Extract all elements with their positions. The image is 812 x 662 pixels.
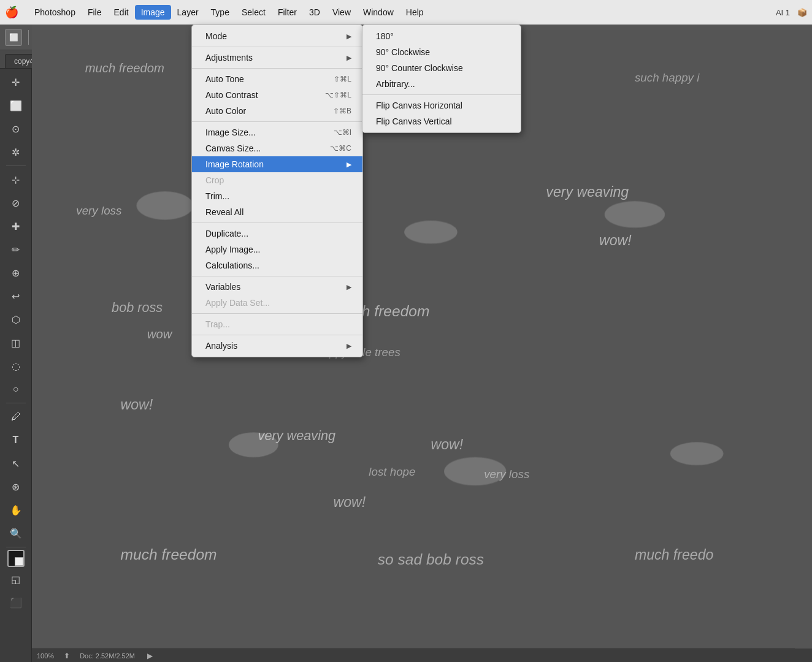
menu-item-apply-image[interactable]: Apply Image...	[192, 242, 362, 257]
magic-wand-tool[interactable]: ✲	[5, 141, 27, 163]
menu-item-variables[interactable]: Variables ▶	[192, 279, 362, 295]
move-tool[interactable]: ✛	[5, 71, 27, 93]
warp-tool[interactable]: ⊛	[5, 476, 27, 498]
menu-item-auto-tone[interactable]: Auto Tone ⇧⌘L	[192, 71, 362, 87]
menubar-edit[interactable]: Edit	[108, 5, 135, 20]
menu-item-label: Flip Canvas Horizontal	[376, 101, 462, 110]
menubar-photoshop[interactable]: Photoshop	[28, 5, 82, 20]
screen-mode-tool[interactable]: ⬛	[5, 592, 27, 614]
doc-info: Doc: 2.52M/2.52M	[80, 652, 135, 660]
menu-item-label: Variables	[205, 282, 240, 292]
clone-tool[interactable]: ⊕	[5, 262, 27, 284]
doc-arrow-icon: ▶	[147, 652, 153, 660]
menu-item-label: Arbitrary...	[376, 79, 415, 89]
menu-item-label: 180°	[376, 31, 394, 41]
menubar-file[interactable]: File	[82, 5, 108, 20]
rotation-submenu: 180° 90° Clockwise 90° Counter Clockwise…	[362, 25, 521, 133]
menu-item-label: Analysis	[205, 341, 237, 351]
svg-text:much freedom: much freedom	[85, 61, 164, 75]
marquee-tool[interactable]: ⬜	[5, 94, 27, 116]
menu-sep-4	[192, 223, 362, 223]
foreground-color[interactable]	[7, 550, 25, 567]
submenu-arrow-icon: ▶	[347, 342, 351, 350]
menu-item-label: Calculations...	[205, 261, 259, 270]
menubar-view[interactable]: View	[326, 5, 357, 20]
menu-item-label: Auto Contrast	[205, 90, 258, 100]
menubar-image[interactable]: Image	[135, 5, 171, 20]
menu-item-label: Image Size...	[205, 127, 256, 137]
lasso-tool[interactable]: ⊙	[5, 118, 27, 140]
menu-item-image-size[interactable]: Image Size... ⌥⌘I	[192, 124, 362, 140]
menu-item-label: Trap...	[205, 319, 230, 329]
menu-item-rotate-90cw[interactable]: 90° Clockwise	[362, 44, 521, 60]
menu-item-rotate-90ccw[interactable]: 90° Counter Clockwise	[362, 60, 521, 76]
zoom-tool[interactable]: 🔍	[5, 522, 27, 544]
apple-menu[interactable]: 🍎	[5, 6, 18, 19]
ai-indicator: AI 1	[776, 8, 790, 17]
crop-tool[interactable]: ⊹	[5, 169, 27, 191]
menu-item-auto-contrast[interactable]: Auto Contrast ⌥⇧⌘L	[192, 87, 362, 103]
menubar-filter[interactable]: Filter	[272, 5, 303, 20]
menu-item-image-rotation[interactable]: Image Rotation ▶	[192, 156, 362, 172]
menu-sep-6	[192, 313, 362, 314]
marquee-tool-btn[interactable]: ⬜	[5, 29, 22, 46]
svg-point-14	[137, 191, 194, 219]
menubar-help[interactable]: Help	[400, 5, 430, 20]
menu-item-label: Image Rotation	[205, 159, 264, 169]
submenu-arrow-icon: ▶	[347, 32, 351, 40]
submenu-arrow-icon: ▶	[347, 54, 351, 62]
menu-item-trim[interactable]: Trim...	[192, 188, 362, 204]
menu-item-rotate-180[interactable]: 180°	[362, 28, 521, 44]
menu-item-duplicate[interactable]: Duplicate...	[192, 226, 362, 242]
menubar-3d[interactable]: 3D	[303, 5, 326, 20]
menu-item-label: Auto Tone	[205, 74, 244, 84]
menu-item-label: 90° Clockwise	[376, 47, 430, 57]
menubar-type[interactable]: Type	[205, 5, 236, 20]
svg-text:bob ross: bob ross	[112, 300, 163, 315]
menu-item-auto-color[interactable]: Auto Color ⇧⌘B	[192, 103, 362, 119]
menu-item-analysis[interactable]: Analysis ▶	[192, 338, 362, 354]
menu-sep-3	[192, 121, 362, 122]
menu-item-reveal-all[interactable]: Reveal All	[192, 204, 362, 220]
menu-item-label: Mode	[205, 31, 227, 41]
svg-text:lost hope: lost hope	[369, 465, 415, 478]
menu-shortcut: ⇧⌘B	[333, 107, 351, 115]
menu-item-adjustments[interactable]: Adjustments ▶	[192, 50, 362, 66]
submenu-arrow-icon: ▶	[347, 161, 351, 169]
menu-item-canvas-size[interactable]: Canvas Size... ⌥⌘C	[192, 140, 362, 156]
menu-item-label: Crop	[205, 175, 224, 185]
main-layout: ✛ ⬜ ⊙ ✲ ⊹ ⊘ ✚ ✏ ⊕ ↩ ⬡ ◫ ◌ ○ 🖊 T ↖ ⊛ ✋ 🔍 …	[0, 69, 812, 662]
healing-tool[interactable]: ✚	[5, 215, 27, 237]
pen-tool[interactable]: 🖊	[5, 406, 27, 428]
menu-shortcut: ⌥⌘I	[334, 128, 351, 137]
eyedropper-tool[interactable]: ⊘	[5, 192, 27, 214]
dodge-tool[interactable]: ○	[5, 378, 27, 400]
path-tool[interactable]: ↖	[5, 452, 27, 474]
svg-text:wow!: wow!	[431, 436, 463, 452]
type-tool[interactable]: T	[5, 429, 27, 451]
quick-mask-tool[interactable]: ◱	[5, 568, 27, 590]
menubar-window[interactable]: Window	[357, 5, 400, 20]
menu-sep-1	[192, 47, 362, 47]
status-bar: 100% ⬆ Doc: 2.52M/2.52M ▶	[32, 649, 795, 662]
menu-shortcut: ⇧⌘L	[334, 75, 351, 83]
hand-tool[interactable]: ✋	[5, 499, 27, 521]
gradient-tool[interactable]: ◫	[5, 332, 27, 354]
menubar-layer[interactable]: Layer	[171, 5, 205, 20]
menu-item-rotate-arbitrary[interactable]: Arbitrary...	[362, 76, 521, 92]
menu-item-flip-horizontal[interactable]: Flip Canvas Horizontal	[362, 97, 521, 113]
svg-text:very loss: very loss	[76, 204, 121, 217]
menu-shortcut: ⌥⌘C	[330, 144, 351, 153]
blur-tool[interactable]: ◌	[5, 355, 27, 377]
menu-item-label: Trim...	[205, 191, 229, 201]
menu-sep-5	[192, 276, 362, 276]
tool-sep-1	[6, 166, 26, 166]
menu-item-flip-vertical[interactable]: Flip Canvas Vertical	[362, 113, 521, 129]
menubar-select[interactable]: Select	[236, 5, 272, 20]
svg-text:wow!: wow!	[333, 494, 366, 510]
menu-item-mode[interactable]: Mode ▶	[192, 28, 362, 44]
brush-tool[interactable]: ✏	[5, 238, 27, 261]
menu-item-calculations[interactable]: Calculations...	[192, 257, 362, 273]
eraser-tool[interactable]: ⬡	[5, 308, 27, 330]
history-brush-tool[interactable]: ↩	[5, 285, 27, 307]
